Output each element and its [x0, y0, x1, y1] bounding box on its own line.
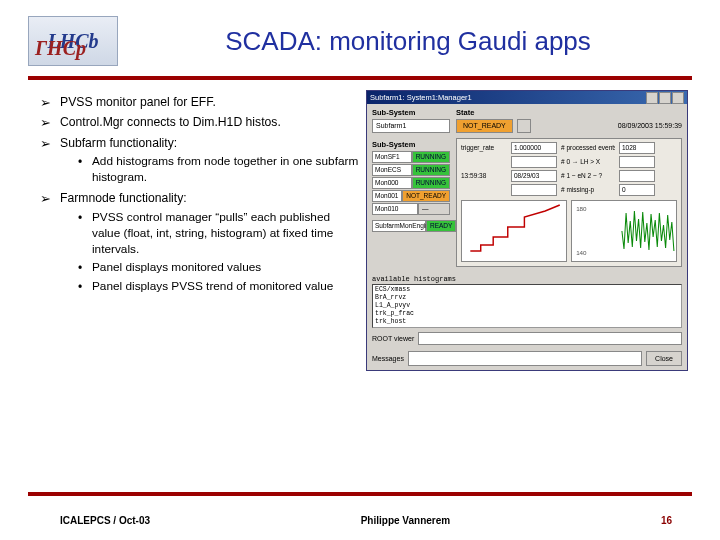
row-state: — [418, 203, 450, 215]
row-state: RUNNING [412, 164, 450, 176]
trend-chart-left [461, 200, 567, 262]
row-name[interactable]: Mon000 [372, 177, 412, 189]
kv-value: 0 [619, 184, 655, 196]
bullet-4-2: Panel displays monitored values [78, 260, 360, 276]
timestamp: 08/09/2003 15:59:39 [610, 120, 682, 129]
trend-chart-right: 180 140 [571, 200, 677, 262]
state-dropdown-button[interactable] [517, 119, 531, 133]
kv-value: 1.000000 [511, 142, 557, 154]
row-state: RUNNING [412, 177, 450, 189]
kv-value: 1028 [619, 142, 655, 154]
messages-input[interactable] [408, 351, 642, 366]
bullet-1: PVSS monitor panel for EFF. [40, 94, 360, 110]
histogram-list[interactable]: ECS/xmass BrA_rrvz L1_A_pvyv trk_p_frac … [372, 284, 682, 328]
minimize-icon[interactable] [646, 92, 658, 104]
bullet-3-text: Subfarm functionality: [60, 136, 177, 150]
subsystem-row: Mon010 — [372, 203, 450, 215]
kv-label: # missing-p [561, 185, 615, 195]
close-icon[interactable] [672, 92, 684, 104]
state-label: State [456, 108, 604, 117]
subsystem-row: Mon001 NOT_READY [372, 190, 450, 202]
row-name[interactable]: MonSF1 [372, 151, 412, 163]
kv-value [619, 156, 655, 168]
kv-value [619, 170, 655, 182]
root-viewer-label: ROOT viewer [372, 335, 414, 342]
row-name[interactable]: Mon010 [372, 203, 418, 215]
page-number: 16 [661, 515, 672, 526]
state-value: NOT_READY [463, 122, 506, 129]
subsystem-field[interactable]: Subfarm1 [372, 119, 450, 133]
lhcb-logo: LHCb ГНСр [28, 16, 118, 66]
bullet-3: Subfarm functionality: Add histograms fr… [40, 135, 360, 186]
kv-label: trigger_rate [461, 143, 507, 153]
sf-monitor-name[interactable]: SubfarmMonEngine [372, 220, 426, 232]
subsystem-label: Sub-System [372, 108, 450, 117]
bullet-4-text: Farmnode functionality: [60, 191, 187, 205]
svg-text:180: 180 [576, 205, 587, 212]
svg-text:140: 140 [576, 249, 587, 256]
bullet-4: Farmnode functionality: PVSS control man… [40, 190, 360, 295]
window-title: Subfarm1: System1:Manager1 [370, 93, 472, 102]
kv-label: # 0 → LH > X [561, 157, 615, 167]
kv-label [461, 185, 507, 195]
bullet-list: PVSS monitor panel for EFF. Control.Mgr … [40, 90, 360, 371]
bullet-3-1: Add histograms from node together in one… [78, 154, 360, 186]
slide-title: SCADA: monitoring Gaudi apps [118, 26, 692, 57]
kv-label: 13:59:38 [461, 171, 507, 181]
sf-monitor-state: READY [426, 220, 456, 232]
subsystem-value: Subfarm1 [376, 120, 406, 132]
kv-label [461, 157, 507, 167]
kv-value: 08/29/03 [511, 170, 557, 182]
title-rule [28, 76, 692, 80]
row-state: NOT_READY [402, 190, 450, 202]
available-histos-label: available histograms [367, 272, 687, 284]
logo-text-2: ГНСр [35, 39, 86, 57]
subsystem-row: Mon000 RUNNING [372, 177, 450, 189]
kv-value [511, 184, 557, 196]
sf-monitor-row: SubfarmMonEngine READY [372, 220, 450, 232]
row-name[interactable]: Mon001 [372, 190, 402, 202]
state-box: NOT_READY [456, 119, 513, 133]
close-button[interactable]: Close [646, 351, 682, 366]
window-titlebar: Subfarm1: System1:Manager1 [367, 91, 687, 104]
bullet-4-1: PVSS control manager “pulls” each publis… [78, 210, 360, 258]
footer-left: ICALEPCS / Oct-03 [60, 515, 150, 526]
messages-label: Messages [372, 355, 404, 362]
row-state: RUNNING [412, 151, 450, 163]
row-name[interactable]: MonECS [372, 164, 412, 176]
pvss-window: Subfarm1: System1:Manager1 Sub-System Su… [366, 90, 688, 371]
kv-label: # 1 ~ eN 2 ~ ? [561, 171, 615, 181]
values-panel: trigger_rate 1.000000 # processed events… [456, 138, 682, 267]
footer-rule [28, 492, 692, 496]
kv-value [511, 156, 557, 168]
maximize-icon[interactable] [659, 92, 671, 104]
bullet-4-3: Panel displays PVSS trend of monitored v… [78, 279, 360, 295]
subsystem-row: MonECS RUNNING [372, 164, 450, 176]
footer-center: Philippe Vannerem [150, 515, 661, 526]
subsystem-row: MonSF1 RUNNING [372, 151, 450, 163]
bullet-2: Control.Mgr connects to Dim.H1D histos. [40, 114, 360, 130]
kv-label: # processed events [561, 143, 615, 153]
subitems-label: Sub-System [372, 140, 450, 149]
root-viewer-input[interactable] [418, 332, 682, 345]
